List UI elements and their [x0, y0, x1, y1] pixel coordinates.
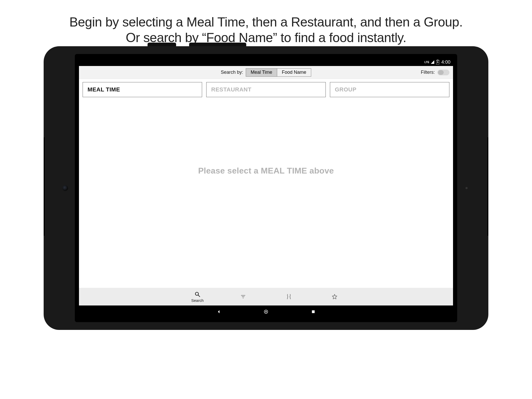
tablet-volume-button	[189, 43, 246, 46]
nav-recent-icon[interactable]	[310, 309, 316, 315]
svg-rect-1	[437, 60, 438, 60]
instruction-line-2: Or search by “Food Name” to find a food …	[0, 30, 532, 45]
nav-home-icon[interactable]	[263, 309, 269, 315]
tab-search[interactable]: Search	[188, 291, 207, 303]
instruction-text: Begin by selecting a Meal Time, then a R…	[0, 14, 532, 45]
selector-restaurant[interactable]: RESTAURANT	[206, 82, 326, 97]
placeholder-message: Please select a MEAL TIME above	[198, 166, 334, 176]
segment-food-name[interactable]: Food Name	[277, 69, 311, 76]
selector-group[interactable]: GROUP	[330, 82, 449, 97]
status-time: 4:00	[441, 59, 450, 65]
status-bar: LTE 4:00	[79, 58, 453, 66]
app-area: Search by: Meal Time Food Name Filters:	[79, 66, 453, 305]
tablet-power-button	[148, 43, 176, 46]
search-icon	[194, 291, 201, 298]
tab-filter[interactable]	[233, 293, 253, 300]
selector-meal-time[interactable]: MEAL TIME	[83, 82, 202, 97]
selector-row: MEAL TIME RESTAURANT GROUP	[79, 79, 453, 100]
signal-icon	[430, 60, 435, 64]
search-by-label: Search by:	[221, 70, 243, 75]
network-lte-label: LTE	[424, 61, 429, 64]
android-nav-bar	[79, 305, 453, 318]
search-by-wrap: Search by: Meal Time Food Name	[221, 68, 311, 77]
filters-toggle[interactable]	[437, 70, 449, 75]
app-header: Search by: Meal Time Food Name Filters:	[79, 66, 453, 79]
selector-meal-time-label: MEAL TIME	[88, 86, 120, 93]
battery-charging-icon	[436, 60, 439, 64]
filters-toggle-knob	[438, 70, 444, 75]
tablet-right-slit	[487, 137, 488, 236]
svg-point-8	[265, 311, 267, 312]
star-icon	[331, 293, 338, 300]
selector-restaurant-label: RESTAURANT	[211, 86, 251, 93]
svg-line-3	[198, 295, 200, 297]
svg-rect-9	[312, 310, 315, 313]
filter-icon	[240, 293, 247, 300]
bottom-tab-bar: Search	[79, 288, 453, 305]
tablet-frame: LTE 4:00 Search by: Meal Time Food Nam	[44, 46, 488, 330]
tablet-bezel: LTE 4:00 Search by: Meal Time Food Nam	[75, 54, 457, 322]
utensils-icon	[285, 293, 292, 300]
tab-search-label: Search	[191, 298, 204, 303]
tablet-left-slit	[44, 137, 45, 236]
tablet-camera	[62, 185, 68, 191]
tab-favorites[interactable]	[325, 293, 344, 300]
segment-meal-time[interactable]: Meal Time	[246, 69, 277, 76]
tab-restaurants[interactable]	[279, 293, 299, 300]
selector-group-label: GROUP	[335, 86, 356, 93]
segmented-control: Meal Time Food Name	[246, 68, 311, 77]
tablet-screen: LTE 4:00 Search by: Meal Time Food Nam	[79, 58, 453, 318]
content-area: Please select a MEAL TIME above	[79, 100, 453, 288]
filters-wrap: Filters:	[421, 66, 449, 79]
tablet-sensor	[466, 187, 468, 189]
svg-point-2	[195, 292, 198, 295]
nav-back-icon[interactable]	[216, 309, 222, 315]
filters-label: Filters:	[421, 70, 435, 75]
instruction-line-1: Begin by selecting a Meal Time, then a R…	[0, 14, 532, 30]
